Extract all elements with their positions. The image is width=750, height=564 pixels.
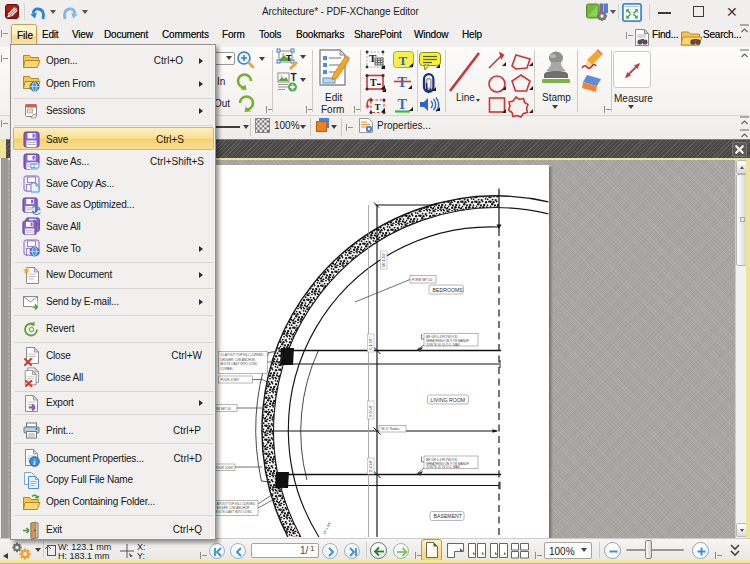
svg-text:POUR JOINT: POUR JOINT	[221, 378, 240, 382]
svg-text:JOISTS @ 16 O.C. MAX: JOISTS @ 16 O.C. MAX	[426, 465, 460, 469]
svg-text:T: T	[370, 77, 377, 88]
svg-text:36'-0" Radius: 36'-0" Radius	[381, 427, 400, 431]
svg-text:T: T	[398, 97, 408, 112]
svg-text:9'-0 5/8": 9'-0 5/8"	[369, 404, 373, 417]
svg-text:BEDROOMS: BEDROOMS	[433, 287, 464, 293]
svg-text:BOLTS CAST INTO CONC: BOLTS CAST INTO CONC	[221, 362, 259, 366]
svg-text:POUR JOINT: POUR JOINT	[215, 466, 234, 470]
svg-text:CORBEL: CORBEL	[221, 367, 234, 371]
svg-text:LEDGER, C/W ANCHOR: LEDGER, C/W ANCHOR	[221, 358, 256, 362]
svg-text:14'-1 3/4": 14'-1 3/4"	[322, 520, 333, 535]
svg-text:10'-1 3/4": 10'-1 3/4"	[382, 252, 386, 267]
svg-text:T: T	[375, 102, 381, 112]
svg-text:RM SET 40: RM SET 40	[215, 407, 231, 411]
svg-text:T: T	[399, 53, 408, 68]
svg-text:1 LAYOUT TOP SILL CURVED: 1 LAYOUT TOP SILL CURVED	[221, 353, 264, 357]
svg-text:FORM SET 40: FORM SET 40	[412, 278, 433, 282]
svg-text:1'-2 3/8": 1'-2 3/8"	[369, 459, 373, 472]
svg-text:BASEMENT: BASEMENT	[434, 513, 463, 519]
svg-text:LIVING ROOM: LIVING ROOM	[431, 397, 466, 403]
svg-text:T: T	[291, 72, 297, 83]
svg-text:JOISTS @ 16 O.C. MAX: JOISTS @ 16 O.C. MAX	[426, 343, 460, 347]
svg-text:1'-1 7/8": 1'-1 7/8"	[369, 337, 373, 350]
svg-text:BOLTS CAST INTO CONC: BOLTS CAST INTO CONC	[215, 510, 253, 514]
svg-text:T: T	[398, 75, 408, 90]
